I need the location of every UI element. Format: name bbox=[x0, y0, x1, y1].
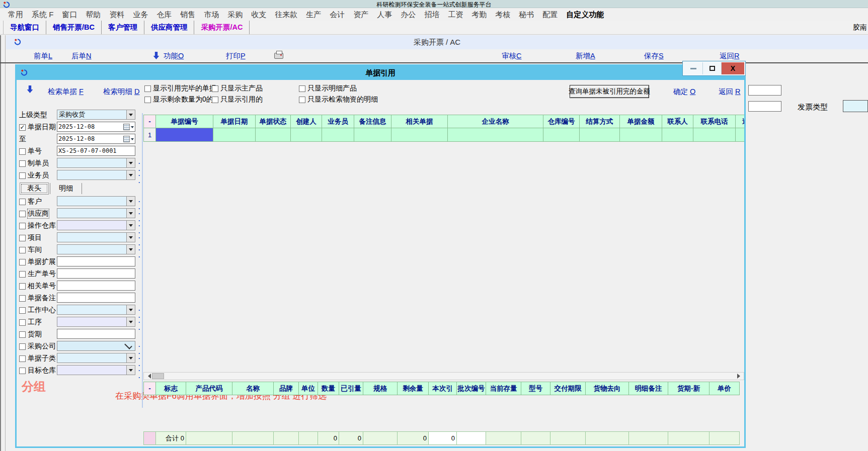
checkbox-项目[interactable] bbox=[19, 235, 26, 241]
menu-item-配置[interactable]: 配置 bbox=[542, 10, 558, 20]
master-col-送[interactable]: 送 bbox=[736, 115, 744, 128]
scroll-left-arrow[interactable] bbox=[144, 373, 152, 380]
menu-item-业务[interactable]: 业务 bbox=[133, 10, 148, 20]
invoice-type-input[interactable] bbox=[843, 100, 868, 112]
上级类型-combo[interactable]: 采购收货 bbox=[57, 110, 135, 120]
checkbox-只显示主产品[interactable] bbox=[212, 85, 218, 92]
printer-icon[interactable] bbox=[274, 53, 283, 59]
业务员-combo[interactable] bbox=[57, 170, 135, 180]
master-cell-单据编号[interactable] bbox=[156, 128, 213, 142]
货期-input[interactable] bbox=[57, 329, 135, 339]
menu-item-帮助[interactable]: 帮助 bbox=[86, 10, 101, 20]
nav-tab-采购开票/AC[interactable]: 采购开票/AC bbox=[194, 21, 250, 34]
master-col-联系人[interactable]: 联系人 bbox=[662, 115, 693, 128]
checkbox-只显示检索物资的明细[interactable] bbox=[299, 97, 305, 103]
checkbox-单号[interactable] bbox=[19, 148, 26, 155]
dropdown-button[interactable] bbox=[126, 170, 135, 179]
print-link[interactable]: 打印P bbox=[226, 51, 246, 61]
checkbox-业务员[interactable] bbox=[19, 172, 26, 179]
工作中心-combo[interactable] bbox=[57, 305, 135, 315]
menu-item-人事[interactable]: 人事 bbox=[377, 10, 392, 20]
master-cell-单据状态[interactable] bbox=[256, 128, 291, 142]
master-col-备注信息[interactable]: 备注信息 bbox=[354, 115, 391, 128]
车间-combo[interactable] bbox=[57, 244, 135, 254]
menu-item-往来款[interactable]: 往来款 bbox=[275, 10, 297, 20]
dropdown-button[interactable] bbox=[126, 317, 135, 326]
search-documents-link[interactable]: 检索单据 F bbox=[48, 87, 84, 97]
master-col-企业名称[interactable]: 企业名称 bbox=[448, 115, 543, 128]
detail-col-标志[interactable]: 标志 bbox=[156, 382, 186, 395]
checkbox-供应商[interactable] bbox=[19, 211, 26, 217]
目标仓库-combo[interactable] bbox=[57, 365, 135, 375]
master-cell-联系人[interactable] bbox=[662, 128, 693, 142]
单据备注-input[interactable] bbox=[57, 293, 135, 303]
工序-combo[interactable] bbox=[57, 317, 135, 327]
dropdown-button[interactable] bbox=[126, 305, 135, 314]
nav-tab-导航窗口[interactable]: 导航窗口 bbox=[3, 21, 46, 34]
detail-col-已引量[interactable]: 已引量 bbox=[339, 382, 363, 395]
menu-item-系统 F[interactable]: 系统 F bbox=[32, 10, 53, 20]
menu-item-仓库[interactable]: 仓库 bbox=[156, 10, 172, 20]
单据子类-combo[interactable] bbox=[57, 353, 135, 363]
ok-link[interactable]: 确定 O bbox=[673, 87, 695, 97]
prev-doc-link[interactable]: 前单L bbox=[34, 51, 52, 61]
dropdown-button[interactable] bbox=[126, 245, 135, 254]
detail-col-剩余量[interactable]: 剩余量 bbox=[398, 382, 429, 395]
next-doc-link[interactable]: 后单N bbox=[71, 51, 91, 61]
detail-col-本次引[interactable]: 本次引 bbox=[429, 382, 457, 395]
checkbox-生产单号[interactable] bbox=[19, 271, 26, 278]
master-col-单据日期[interactable]: 单据日期 bbox=[213, 115, 256, 128]
menu-item-会计[interactable]: 会计 bbox=[330, 10, 345, 20]
detail-col--[interactable]: - bbox=[143, 382, 156, 395]
detail-col-产品代码[interactable]: 产品代码 bbox=[186, 382, 232, 395]
单据日期-date-input[interactable]: 2025-12-08 bbox=[57, 122, 135, 132]
master-cell-创建人[interactable] bbox=[291, 128, 322, 142]
menu-item-考勤[interactable]: 考勤 bbox=[471, 10, 487, 20]
menu-item-常用[interactable]: 常用 bbox=[8, 10, 23, 20]
audit-link[interactable]: 审核C bbox=[502, 51, 521, 61]
采购公司-combo[interactable] bbox=[57, 341, 135, 351]
menu-item-生产[interactable]: 生产 bbox=[306, 10, 321, 20]
checkbox-采购公司[interactable] bbox=[19, 343, 26, 350]
checkbox-客户[interactable] bbox=[19, 199, 26, 205]
menu-item-考核[interactable]: 考核 bbox=[495, 10, 510, 20]
checkbox-单据子类[interactable] bbox=[19, 355, 26, 362]
detail-col-数量[interactable]: 数量 bbox=[318, 382, 339, 395]
master-col-单据编号[interactable]: 单据编号 bbox=[156, 115, 213, 128]
master-cell-结算方式[interactable] bbox=[580, 128, 620, 142]
detail-col-单价[interactable]: 单价 bbox=[709, 382, 740, 395]
checkbox-工序[interactable] bbox=[19, 319, 26, 326]
date-dropdown-icon[interactable] bbox=[131, 126, 134, 130]
checkbox-车间[interactable] bbox=[19, 247, 26, 253]
master-cell-送[interactable] bbox=[736, 128, 744, 142]
detail-col-交付期限[interactable]: 交付期限 bbox=[550, 382, 586, 395]
master-col-单据状态[interactable]: 单据状态 bbox=[256, 115, 291, 128]
detail-col-明细备注[interactable]: 明细备注 bbox=[629, 382, 668, 395]
menu-item-招培[interactable]: 招培 bbox=[424, 10, 439, 20]
row-number-cell[interactable]: 1 bbox=[143, 128, 156, 142]
checkbox-单据扩展[interactable] bbox=[19, 259, 26, 265]
dropdown-button[interactable] bbox=[126, 233, 135, 242]
date-dropdown-icon[interactable] bbox=[131, 138, 134, 142]
checkbox-显示剩余数量为0的[interactable] bbox=[144, 97, 151, 103]
checkbox-只显示明细产品[interactable] bbox=[299, 85, 305, 92]
menu-item-办公[interactable]: 办公 bbox=[401, 10, 416, 20]
menu-item-收支[interactable]: 收支 bbox=[251, 10, 266, 20]
业务员-picker-dots[interactable]: . . bbox=[138, 170, 144, 185]
calendar-icon[interactable] bbox=[123, 136, 130, 142]
master-col-业务员[interactable]: 业务员 bbox=[322, 115, 354, 128]
checkbox-相关单号[interactable] bbox=[19, 283, 26, 290]
供应商-combo[interactable] bbox=[57, 208, 135, 218]
calendar-icon[interactable] bbox=[123, 124, 130, 130]
query-unreferenced-amount-button[interactable]: 查询单据未被引用完的金额 bbox=[570, 85, 649, 98]
dialog-titlebar[interactable]: 单据引用 X bbox=[17, 66, 744, 80]
checkbox-操作仓库[interactable] bbox=[19, 223, 26, 229]
checkbox-目标仓库[interactable] bbox=[19, 368, 26, 374]
master-cell-企业名称[interactable] bbox=[448, 128, 543, 142]
tab-表头[interactable]: 表头 bbox=[20, 183, 49, 195]
master-col-仓库编号[interactable]: 仓库编号 bbox=[543, 115, 580, 128]
master-cell-备注信息[interactable] bbox=[354, 128, 391, 142]
master-cell-仓库编号[interactable] bbox=[543, 128, 580, 142]
tab-明细[interactable]: 明细 bbox=[51, 183, 81, 195]
checkbox-制单员[interactable] bbox=[19, 160, 26, 167]
